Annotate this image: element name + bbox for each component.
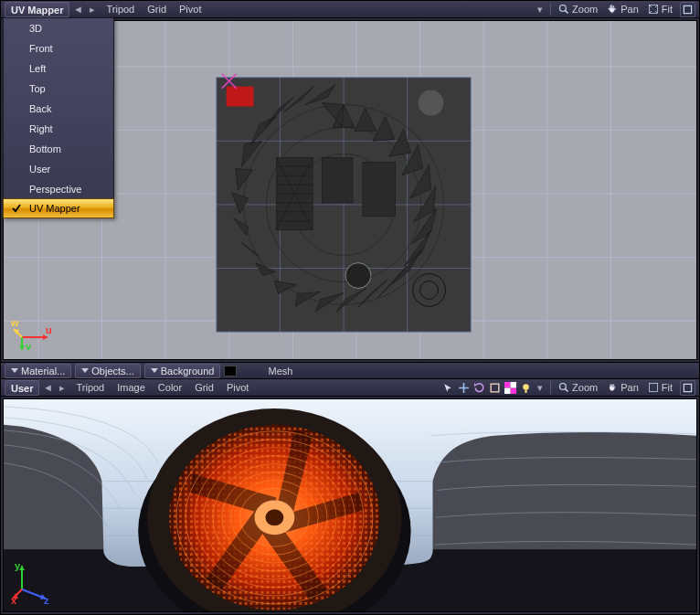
background-dropdown[interactable]: Background: [144, 364, 221, 378]
fit-label: Fit: [662, 4, 673, 15]
persp-tool-palette: ▾: [440, 380, 546, 395]
persp-pan-label: Pan: [620, 382, 639, 393]
svg-point-63: [523, 384, 529, 390]
svg-marker-51: [19, 345, 25, 350]
uv-view-selector[interactable]: UV Mapper: [5, 2, 69, 17]
pan-icon: [607, 4, 618, 15]
view-option-bottom[interactable]: Bottom: [4, 139, 113, 159]
view-dropdown: 3D Front Left Top Back Right Bottom User…: [3, 17, 114, 218]
tool-checker[interactable]: [503, 380, 517, 395]
view-option-right[interactable]: Right: [4, 119, 113, 139]
persp-toolbar: User ◄ ▸ Tripod Image Color Grid Pivot ▾…: [1, 379, 699, 397]
app-root: UV Mapper ◄ ▸ Tripod Grid Pivot ▾ Zoom P…: [0, 0, 700, 615]
maximize-icon: [683, 383, 693, 393]
mesh-toggle[interactable]: Mesh: [262, 366, 298, 376]
persp-fit-label: Fit: [662, 382, 673, 393]
fit-icon: [648, 382, 659, 393]
uv-axis-gizmo: w u v: [11, 310, 53, 352]
next-view-arrow[interactable]: ▸: [86, 3, 99, 16]
fit-icon: [648, 4, 659, 15]
persp-pan-button[interactable]: Pan: [603, 380, 642, 396]
svg-text:w: w: [11, 317, 19, 328]
persp-fit-button[interactable]: Fit: [644, 380, 676, 396]
svg-rect-61: [510, 382, 516, 388]
check-icon: [11, 203, 22, 214]
zoom-label: Zoom: [572, 4, 598, 15]
persp-zoom-label: Zoom: [572, 382, 598, 393]
persp-menu-color[interactable]: Color: [153, 382, 187, 393]
menu-grid[interactable]: Grid: [142, 4, 172, 15]
persp-menu-image[interactable]: Image: [111, 382, 151, 393]
svg-marker-57: [474, 383, 476, 387]
persp-viewport[interactable]: x y z: [3, 398, 697, 612]
view-option-front[interactable]: Front: [4, 38, 113, 58]
material-dropdown[interactable]: Material...: [5, 364, 71, 378]
objects-dropdown[interactable]: Objects...: [75, 364, 140, 378]
svg-point-27: [419, 90, 444, 116]
maximize-icon: [683, 5, 693, 15]
svg-rect-64: [525, 389, 526, 392]
svg-point-0: [560, 5, 567, 12]
prev-view-arrow[interactable]: ◄: [71, 3, 84, 16]
tool-light[interactable]: [518, 380, 533, 395]
tool-select[interactable]: [440, 380, 455, 395]
persp-menu-pivot[interactable]: Pivot: [221, 382, 254, 393]
view-option-left[interactable]: Left: [4, 58, 113, 79]
tool-scale[interactable]: [487, 380, 502, 395]
fit-button[interactable]: Fit: [644, 2, 676, 17]
tool-move[interactable]: [456, 380, 471, 395]
persp-axis-gizmo: x y z: [11, 562, 53, 604]
persp-canvas: [4, 399, 696, 612]
svg-rect-26: [227, 87, 254, 107]
view-option-perspective[interactable]: Perspective: [4, 179, 113, 199]
menu-tripod[interactable]: Tripod: [101, 4, 140, 15]
svg-text:x: x: [11, 595, 17, 604]
zoom-icon: [558, 4, 569, 15]
svg-line-1: [566, 11, 568, 14]
view-option-uv-mapper[interactable]: UV Mapper: [3, 198, 114, 218]
svg-rect-58: [491, 384, 499, 392]
toolbar-more[interactable]: ▾: [534, 3, 546, 16]
persp-menu-tripod[interactable]: Tripod: [70, 382, 110, 393]
persp-tools-more[interactable]: ▾: [534, 381, 546, 394]
menu-pivot[interactable]: Pivot: [174, 4, 207, 15]
svg-text:y: y: [15, 562, 21, 571]
svg-rect-59: [504, 382, 511, 388]
persp-menu-grid[interactable]: Grid: [189, 382, 219, 393]
svg-rect-67: [649, 384, 657, 392]
svg-rect-3: [684, 5, 691, 13]
maximize-button[interactable]: [680, 2, 695, 17]
svg-rect-34: [363, 162, 396, 217]
persp-view-selector[interactable]: User: [5, 380, 39, 396]
svg-text:u: u: [46, 324, 52, 335]
pan-label: Pan: [620, 4, 639, 15]
svg-rect-33: [322, 157, 353, 203]
view-option-back[interactable]: Back: [4, 99, 113, 119]
uv-options-bar: Material... Objects... Background Mesh: [1, 362, 699, 379]
persp-maximize-button[interactable]: [680, 380, 695, 396]
view-option-user[interactable]: User: [4, 159, 113, 179]
persp-prev-arrow[interactable]: ◄: [41, 381, 54, 394]
persp-zoom-button[interactable]: Zoom: [555, 380, 601, 396]
zoom-icon: [558, 382, 569, 393]
svg-rect-60: [510, 387, 516, 394]
svg-rect-68: [684, 384, 691, 391]
svg-line-66: [566, 389, 568, 392]
svg-point-65: [560, 384, 567, 390]
view-option-3d[interactable]: 3D: [4, 18, 113, 38]
uv-toolbar: UV Mapper ◄ ▸ Tripod Grid Pivot ▾ Zoom P…: [1, 1, 699, 18]
view-option-top[interactable]: Top: [4, 79, 113, 99]
zoom-button[interactable]: Zoom: [555, 2, 601, 17]
persp-next-arrow[interactable]: ▸: [56, 381, 69, 394]
svg-point-77: [265, 509, 283, 525]
svg-rect-62: [504, 387, 511, 394]
svg-text:z: z: [44, 595, 49, 604]
svg-point-28: [345, 263, 371, 289]
tool-rotate[interactable]: [472, 380, 486, 395]
svg-text:v: v: [26, 341, 32, 352]
pan-button[interactable]: Pan: [603, 2, 642, 17]
background-swatch[interactable]: [224, 366, 237, 376]
pan-icon: [607, 382, 618, 393]
